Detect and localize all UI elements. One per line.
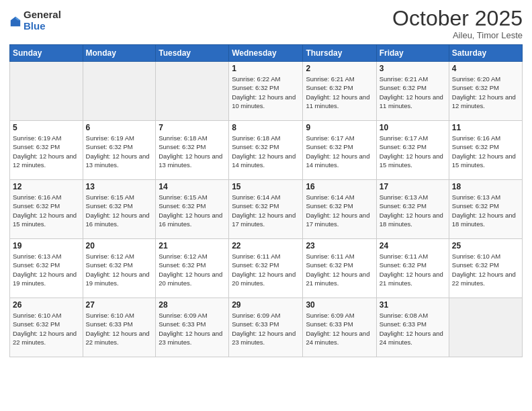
table-row: 16Sunrise: 6:14 AM Sunset: 6:32 PM Dayli… <box>303 180 376 239</box>
day-info: Sunrise: 6:09 AM Sunset: 6:33 PM Dayligh… <box>159 311 226 347</box>
day-number: 1 <box>232 64 300 73</box>
day-number: 27 <box>86 300 153 310</box>
day-info: Sunrise: 6:15 AM Sunset: 6:32 PM Dayligh… <box>86 193 153 228</box>
table-row: 3Sunrise: 6:21 AM Sunset: 6:32 PM Daylig… <box>376 62 449 121</box>
day-info: Sunrise: 6:09 AM Sunset: 6:33 PM Dayligh… <box>306 311 373 347</box>
day-number: 8 <box>232 123 300 132</box>
table-row: 23Sunrise: 6:11 AM Sunset: 6:32 PM Dayli… <box>303 239 376 298</box>
page: General Blue October 2025 Aileu, Timor L… <box>0 0 532 411</box>
day-info: Sunrise: 6:10 AM Sunset: 6:33 PM Dayligh… <box>86 311 153 347</box>
table-row: 30Sunrise: 6:09 AM Sunset: 6:33 PM Dayli… <box>303 298 376 357</box>
table-row: 19Sunrise: 6:13 AM Sunset: 6:32 PM Dayli… <box>10 239 83 298</box>
day-number: 18 <box>452 182 519 191</box>
day-number: 20 <box>86 241 153 250</box>
col-tuesday: Tuesday <box>156 45 229 62</box>
col-sunday: Sunday <box>10 45 83 62</box>
day-info: Sunrise: 6:16 AM Sunset: 6:32 PM Dayligh… <box>452 134 519 169</box>
day-number: 21 <box>159 241 226 250</box>
day-info: Sunrise: 6:08 AM Sunset: 6:33 PM Dayligh… <box>380 311 446 347</box>
day-number: 19 <box>13 241 80 250</box>
title-section: October 2025 Aileu, Timor Leste <box>392 7 523 40</box>
col-saturday: Saturday <box>449 45 522 62</box>
day-number: 5 <box>13 123 80 132</box>
day-number: 24 <box>380 241 446 250</box>
day-number: 26 <box>13 300 80 310</box>
calendar: Sunday Monday Tuesday Wednesday Thursday… <box>9 44 523 357</box>
day-info: Sunrise: 6:11 AM Sunset: 6:32 PM Dayligh… <box>306 252 373 287</box>
day-info: Sunrise: 6:21 AM Sunset: 6:32 PM Dayligh… <box>306 75 373 110</box>
day-number: 22 <box>232 241 300 250</box>
table-row: 26Sunrise: 6:10 AM Sunset: 6:32 PM Dayli… <box>10 298 83 357</box>
day-info: Sunrise: 6:11 AM Sunset: 6:32 PM Dayligh… <box>380 252 446 287</box>
table-row: 27Sunrise: 6:10 AM Sunset: 6:33 PM Dayli… <box>83 298 156 357</box>
table-row: 29Sunrise: 6:09 AM Sunset: 6:33 PM Dayli… <box>229 298 303 357</box>
table-row: 2Sunrise: 6:21 AM Sunset: 6:32 PM Daylig… <box>303 62 376 121</box>
day-info: Sunrise: 6:13 AM Sunset: 6:32 PM Dayligh… <box>452 193 519 228</box>
col-wednesday: Wednesday <box>229 45 303 62</box>
day-info: Sunrise: 6:18 AM Sunset: 6:32 PM Dayligh… <box>159 134 226 169</box>
day-number: 28 <box>159 300 226 310</box>
logo: General Blue <box>9 9 61 32</box>
table-row: 1Sunrise: 6:22 AM Sunset: 6:32 PM Daylig… <box>229 62 303 121</box>
day-number: 30 <box>306 300 373 310</box>
table-row: 13Sunrise: 6:15 AM Sunset: 6:32 PM Dayli… <box>83 180 156 239</box>
table-row <box>156 62 229 121</box>
table-row: 25Sunrise: 6:10 AM Sunset: 6:32 PM Dayli… <box>449 239 522 298</box>
table-row: 14Sunrise: 6:15 AM Sunset: 6:32 PM Dayli… <box>156 180 229 239</box>
day-number: 31 <box>380 300 446 310</box>
day-info: Sunrise: 6:09 AM Sunset: 6:33 PM Dayligh… <box>232 311 300 347</box>
day-info: Sunrise: 6:13 AM Sunset: 6:32 PM Dayligh… <box>13 252 80 287</box>
table-row: 15Sunrise: 6:14 AM Sunset: 6:32 PM Dayli… <box>229 180 303 239</box>
day-number: 12 <box>13 182 80 191</box>
day-info: Sunrise: 6:15 AM Sunset: 6:32 PM Dayligh… <box>159 193 226 228</box>
table-row: 21Sunrise: 6:12 AM Sunset: 6:32 PM Dayli… <box>156 239 229 298</box>
table-row: 4Sunrise: 6:20 AM Sunset: 6:32 PM Daylig… <box>449 62 522 121</box>
day-number: 16 <box>306 182 373 191</box>
day-number: 29 <box>232 300 300 310</box>
table-row: 8Sunrise: 6:18 AM Sunset: 6:32 PM Daylig… <box>229 121 303 180</box>
table-row: 5Sunrise: 6:19 AM Sunset: 6:32 PM Daylig… <box>10 121 83 180</box>
day-number: 25 <box>452 241 519 250</box>
day-info: Sunrise: 6:17 AM Sunset: 6:32 PM Dayligh… <box>380 134 446 169</box>
table-row: 20Sunrise: 6:12 AM Sunset: 6:32 PM Dayli… <box>83 239 156 298</box>
day-info: Sunrise: 6:16 AM Sunset: 6:32 PM Dayligh… <box>13 193 80 228</box>
day-info: Sunrise: 6:14 AM Sunset: 6:32 PM Dayligh… <box>306 193 373 228</box>
day-number: 2 <box>306 64 373 73</box>
day-info: Sunrise: 6:19 AM Sunset: 6:32 PM Dayligh… <box>13 134 80 169</box>
logo-general: General <box>24 9 61 21</box>
col-monday: Monday <box>83 45 156 62</box>
day-number: 9 <box>306 123 373 132</box>
day-number: 14 <box>159 182 226 191</box>
day-info: Sunrise: 6:20 AM Sunset: 6:32 PM Dayligh… <box>452 75 519 110</box>
table-row <box>83 62 156 121</box>
day-info: Sunrise: 6:12 AM Sunset: 6:32 PM Dayligh… <box>159 252 226 287</box>
day-number: 7 <box>159 123 226 132</box>
table-row: 11Sunrise: 6:16 AM Sunset: 6:32 PM Dayli… <box>449 121 522 180</box>
day-info: Sunrise: 6:14 AM Sunset: 6:32 PM Dayligh… <box>232 193 300 228</box>
table-row: 22Sunrise: 6:11 AM Sunset: 6:32 PM Dayli… <box>229 239 303 298</box>
table-row: 18Sunrise: 6:13 AM Sunset: 6:32 PM Dayli… <box>449 180 522 239</box>
table-row <box>10 62 83 121</box>
table-row: 28Sunrise: 6:09 AM Sunset: 6:33 PM Dayli… <box>156 298 229 357</box>
day-number: 3 <box>380 64 446 73</box>
day-info: Sunrise: 6:12 AM Sunset: 6:32 PM Dayligh… <box>86 252 153 287</box>
day-info: Sunrise: 6:21 AM Sunset: 6:32 PM Dayligh… <box>380 75 446 110</box>
col-thursday: Thursday <box>303 45 376 62</box>
table-row <box>449 298 522 357</box>
day-number: 6 <box>86 123 153 132</box>
day-number: 13 <box>86 182 153 191</box>
day-info: Sunrise: 6:11 AM Sunset: 6:32 PM Dayligh… <box>232 252 300 287</box>
table-row: 12Sunrise: 6:16 AM Sunset: 6:32 PM Dayli… <box>10 180 83 239</box>
day-info: Sunrise: 6:22 AM Sunset: 6:32 PM Dayligh… <box>232 75 300 110</box>
table-row: 17Sunrise: 6:13 AM Sunset: 6:32 PM Dayli… <box>376 180 449 239</box>
logo-text: General Blue <box>24 9 61 32</box>
table-row: 31Sunrise: 6:08 AM Sunset: 6:33 PM Dayli… <box>376 298 449 357</box>
day-number: 23 <box>306 241 373 250</box>
table-row: 7Sunrise: 6:18 AM Sunset: 6:32 PM Daylig… <box>156 121 229 180</box>
day-number: 15 <box>232 182 300 191</box>
logo-blue: Blue <box>24 21 61 32</box>
table-row: 10Sunrise: 6:17 AM Sunset: 6:32 PM Dayli… <box>376 121 449 180</box>
day-info: Sunrise: 6:10 AM Sunset: 6:32 PM Dayligh… <box>13 311 80 347</box>
header: General Blue October 2025 Aileu, Timor L… <box>9 7 523 40</box>
table-row: 24Sunrise: 6:11 AM Sunset: 6:32 PM Dayli… <box>376 239 449 298</box>
